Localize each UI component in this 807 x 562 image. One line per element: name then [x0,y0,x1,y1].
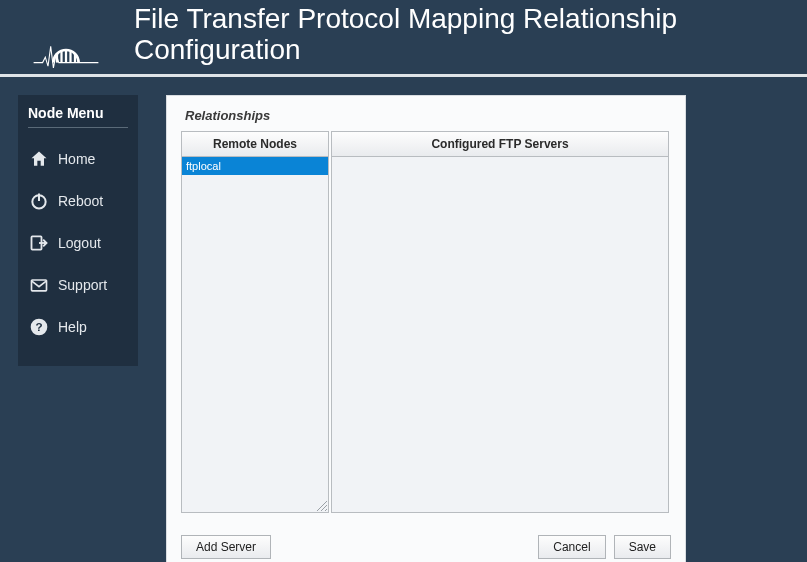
sidebar-item-logout[interactable]: Logout [28,222,128,264]
ftp-servers-list [332,157,668,512]
remote-node-item[interactable]: ftplocal [182,157,328,175]
sidebar-title: Node Menu [28,103,128,128]
sidebar-item-label: Help [58,319,87,335]
page-title: File Transfer Protocol Mapping Relations… [134,4,787,68]
envelope-icon [28,274,50,296]
sidebar-item-home[interactable]: Home [28,138,128,180]
panel-title: Relationships [181,106,671,131]
sidebar-item-help[interactable]: ? Help [28,306,128,348]
ftp-servers-column: Configured FTP Servers [331,131,669,513]
logout-icon [28,232,50,254]
resize-grip-icon[interactable] [315,499,327,511]
remote-nodes-column: Remote Nodes ftplocal [181,131,329,513]
sidebar-item-label: Support [58,277,107,293]
save-button[interactable]: Save [614,535,671,559]
svg-text:?: ? [35,320,42,333]
spacer [279,535,530,559]
ftp-servers-header: Configured FTP Servers [332,132,668,157]
app-header: File Transfer Protocol Mapping Relations… [0,0,807,77]
sidebar-item-label: Home [58,151,95,167]
app-logo [30,32,102,68]
relationships-panel: Relationships Remote Nodes ftplocal Conf… [166,95,686,562]
button-row: Add Server Cancel Save [181,535,671,559]
add-server-button[interactable]: Add Server [181,535,271,559]
main-container: Node Menu Home Reboot Logout Support [0,77,807,562]
help-icon: ? [28,316,50,338]
cancel-button[interactable]: Cancel [538,535,605,559]
remote-nodes-header: Remote Nodes [182,132,328,157]
sidebar-item-reboot[interactable]: Reboot [28,180,128,222]
remote-nodes-list: ftplocal [182,157,328,512]
panel-columns: Remote Nodes ftplocal Configured FTP Ser… [181,131,671,513]
sidebar-item-label: Reboot [58,193,103,209]
sidebar-item-label: Logout [58,235,101,251]
power-icon [28,190,50,212]
sidebar: Node Menu Home Reboot Logout Support [18,95,138,366]
home-icon [28,148,50,170]
sidebar-item-support[interactable]: Support [28,264,128,306]
